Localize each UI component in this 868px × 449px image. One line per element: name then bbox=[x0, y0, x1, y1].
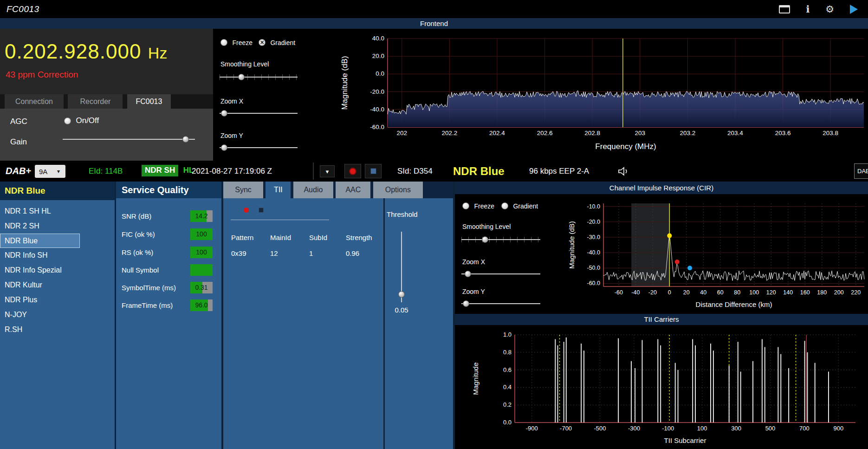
window-restore-icon[interactable] bbox=[779, 5, 790, 13]
slider-track bbox=[461, 239, 540, 240]
quality-value-badge bbox=[190, 264, 213, 276]
cir-zoom-x-slider-knob[interactable] bbox=[465, 271, 471, 277]
svg-text:900: 900 bbox=[833, 425, 843, 432]
record-indicator-icon[interactable] bbox=[244, 208, 249, 213]
freeze-toggle[interactable]: Freeze bbox=[220, 38, 253, 46]
svg-text:Magnitude (dB): Magnitude (dB) bbox=[340, 56, 349, 110]
svg-text:202.8: 202.8 bbox=[584, 130, 600, 137]
svg-text:-700: -700 bbox=[560, 425, 572, 432]
gain-label: Gain bbox=[10, 137, 27, 147]
freeze-radio-icon[interactable] bbox=[220, 39, 227, 46]
smoothing-slider-knob[interactable] bbox=[238, 74, 245, 80]
tii-history-slider[interactable] bbox=[231, 220, 329, 220]
tab-fc0013[interactable]: FC0013 bbox=[127, 94, 171, 109]
tii-strength-cell: 0.96 bbox=[346, 249, 359, 257]
spectrum-plot-region: 40.020.00.0-20.0-40.0-60.0202202.2202.42… bbox=[310, 29, 868, 161]
svg-text:180: 180 bbox=[817, 289, 827, 296]
slider-track bbox=[220, 77, 298, 78]
cir-smoothing-slider[interactable] bbox=[461, 236, 540, 243]
service-item[interactable]: NDR Info SH bbox=[0, 248, 115, 263]
zoom-y-slider-knob[interactable] bbox=[221, 144, 227, 151]
svg-text:-50.0: -50.0 bbox=[587, 265, 601, 271]
gain-slider-knob[interactable] bbox=[182, 136, 189, 143]
quality-value: 96.0 bbox=[190, 299, 213, 311]
frequency-unit: Hz bbox=[148, 44, 168, 62]
zoom-x-slider[interactable] bbox=[220, 110, 298, 117]
cir-freeze-toggle[interactable]: Freeze bbox=[462, 202, 494, 210]
svg-text:203.4: 203.4 bbox=[727, 130, 743, 137]
record-button[interactable] bbox=[344, 164, 361, 178]
stop-indicator-icon[interactable] bbox=[259, 208, 264, 213]
chevron-down-icon: ▾ bbox=[326, 168, 329, 175]
smoothing-slider[interactable] bbox=[220, 73, 298, 81]
service-item[interactable]: NDR Plus bbox=[0, 293, 115, 307]
zoom-y-slider[interactable] bbox=[220, 144, 298, 151]
svg-text:20: 20 bbox=[683, 289, 690, 296]
tuner-panel: 0.202.928.000 Hz 43 ppm Correction Conne… bbox=[0, 29, 213, 161]
stop-button[interactable] bbox=[365, 164, 382, 178]
frequency-display: 0.202.928.000 Hz bbox=[5, 40, 167, 63]
channel-select[interactable]: 9A ▾ bbox=[35, 165, 65, 178]
service-item[interactable]: R.SH bbox=[0, 322, 115, 337]
tab-sync[interactable]: Sync bbox=[223, 182, 263, 198]
cir-zoom-x-slider[interactable] bbox=[461, 270, 540, 278]
threshold-slider-knob[interactable] bbox=[398, 291, 405, 298]
cir-smoothing-slider-knob[interactable] bbox=[482, 236, 488, 243]
settings-gear-icon[interactable]: ⚙ bbox=[825, 4, 834, 14]
svg-text:203.8: 203.8 bbox=[823, 130, 838, 137]
chevron-down-icon: ▾ bbox=[57, 168, 65, 175]
svg-text:-20.0: -20.0 bbox=[370, 88, 384, 95]
quality-row: SNR (dB) 14.2 bbox=[116, 210, 221, 222]
tab-options[interactable]: Options bbox=[373, 182, 423, 198]
svg-text:-100: -100 bbox=[662, 425, 674, 432]
tuner-tabs: Connection Recorder FC0013 bbox=[0, 94, 213, 109]
gradient-toggle[interactable]: Gradient bbox=[259, 38, 295, 46]
channel-value: 9A bbox=[35, 168, 57, 176]
service-item[interactable]: N-JOY bbox=[0, 307, 115, 322]
service-item[interactable]: NDR 2 SH bbox=[0, 219, 115, 234]
freeze-label: Freeze bbox=[232, 39, 253, 46]
cir-chart[interactable]: -10.0-20.0-30.0-40.0-50.0-60.0-60-40-200… bbox=[569, 194, 868, 314]
quality-value: 100 bbox=[190, 247, 213, 258]
cir-zoom-y-slider-knob[interactable] bbox=[463, 300, 469, 307]
svg-text:-20: -20 bbox=[648, 289, 657, 296]
tab-audio[interactable]: Audio bbox=[293, 182, 333, 198]
freeze-radio-icon[interactable] bbox=[462, 202, 469, 209]
quality-row: Null Symbol bbox=[116, 264, 221, 276]
application-window: FC0013 ℹ ⚙ Frontend 0.202.928.000 Hz 43 … bbox=[0, 0, 868, 449]
service-item[interactable]: NDR Kultur bbox=[0, 278, 115, 293]
tab-connection[interactable]: Connection bbox=[5, 94, 64, 109]
play-icon[interactable] bbox=[850, 5, 858, 14]
svg-text:0.6: 0.6 bbox=[503, 366, 512, 373]
gain-slider-track bbox=[63, 139, 195, 140]
gradient-radio-icon[interactable] bbox=[501, 202, 508, 209]
smoothing-label: Smoothing Level bbox=[220, 60, 269, 68]
record-options-dropdown[interactable]: ▾ bbox=[320, 165, 335, 177]
agc-toggle-label: On/Off bbox=[76, 116, 99, 125]
svg-text:-900: -900 bbox=[526, 425, 538, 432]
svg-text:-60: -60 bbox=[615, 289, 623, 296]
zoom-x-slider-knob[interactable] bbox=[221, 110, 227, 117]
tab-recorder[interactable]: Recorder bbox=[68, 94, 123, 109]
agc-toggle[interactable]: On/Off bbox=[64, 116, 99, 125]
info-icon[interactable]: ℹ bbox=[806, 4, 810, 14]
service-item-selected[interactable]: NDR Blue bbox=[0, 234, 80, 248]
record-icon bbox=[349, 168, 356, 175]
svg-text:-300: -300 bbox=[628, 425, 640, 432]
cir-section: Freeze Gradient Smoothing Level Zoom X Z… bbox=[455, 194, 868, 314]
tab-aac[interactable]: AAC bbox=[336, 182, 370, 198]
cir-zoom-y-slider[interactable] bbox=[461, 300, 540, 307]
gradient-label: Gradient bbox=[270, 39, 295, 46]
tab-tii[interactable]: TII bbox=[266, 182, 291, 198]
service-item[interactable]: NDR Info Spezial bbox=[0, 263, 115, 278]
agc-radio-icon[interactable] bbox=[64, 117, 71, 124]
gain-slider[interactable] bbox=[63, 136, 195, 143]
threshold-slider[interactable] bbox=[398, 232, 405, 302]
service-item[interactable]: NDR 1 SH HL bbox=[0, 204, 115, 219]
tii-carriers-chart[interactable]: 1.00.80.60.40.20.0-900-700-500-300-10010… bbox=[464, 325, 868, 446]
cir-gradient-toggle[interactable]: Gradient bbox=[501, 202, 538, 210]
gradient-radio-icon[interactable] bbox=[259, 39, 266, 46]
frontend-spectrum-chart[interactable]: 40.020.00.0-20.0-40.0-60.0202202.2202.42… bbox=[325, 29, 868, 161]
title-bar-icons: ℹ ⚙ bbox=[779, 4, 858, 14]
speaker-icon[interactable] bbox=[617, 166, 630, 179]
